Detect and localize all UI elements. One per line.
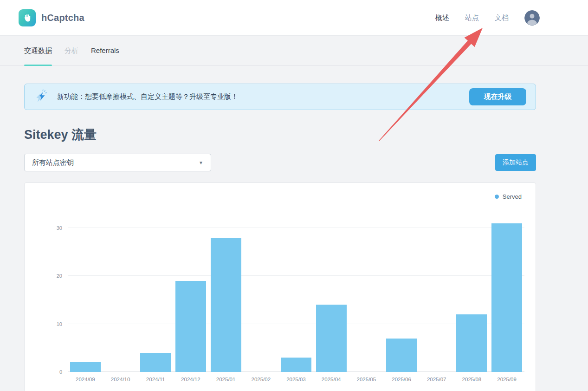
- x-axis-label: 2025/09: [489, 377, 524, 382]
- bar-series: 2024/092024/102024/112024/122025/012025/…: [68, 214, 524, 372]
- bar-2024/09[interactable]: [70, 362, 101, 372]
- chart-category: 2024/12: [173, 214, 208, 372]
- chart-category: 2024/11: [138, 214, 173, 372]
- chart-legend: Served: [495, 193, 522, 200]
- legend-label: Served: [503, 193, 522, 200]
- tab-traffic-data[interactable]: 交通数据: [24, 46, 52, 65]
- nav-item-sites[interactable]: 站点: [465, 13, 479, 22]
- brand[interactable]: hCaptcha: [19, 9, 84, 26]
- top-header: hCaptcha 概述 站点 文档: [0, 0, 588, 36]
- hcaptcha-logo-icon: [19, 9, 36, 26]
- x-axis-label: 2025/02: [243, 377, 278, 382]
- bar-2025/06[interactable]: [386, 339, 417, 372]
- chart-category: 2024/09: [68, 214, 103, 372]
- chart-category: 2025/04: [314, 214, 349, 372]
- user-avatar[interactable]: [524, 10, 540, 26]
- chevron-down-icon: ▼: [199, 160, 203, 165]
- tab-analysis[interactable]: 分析: [65, 46, 78, 65]
- chart-category: 2025/06: [384, 214, 419, 372]
- nav-item-overview[interactable]: 概述: [435, 13, 449, 22]
- bar-2025/01[interactable]: [211, 238, 241, 372]
- plot-area: 01020302024/092024/102024/112024/122025/…: [68, 214, 524, 372]
- chart-category: 2025/01: [208, 214, 244, 372]
- bar-2025/04[interactable]: [316, 305, 347, 372]
- tab-bar: 交通数据 分析 Referrals: [0, 36, 588, 65]
- sparkle-bolt-icon: [25, 89, 57, 105]
- chart-category: 2025/09: [489, 214, 524, 372]
- hand-icon: [22, 13, 32, 23]
- upgrade-banner: 新功能：想要低摩擦模式、自定义主题等？升级至专业版！ 现在升级: [24, 84, 536, 110]
- legend-dot-icon: [495, 195, 499, 199]
- x-axis-label: 2024/12: [173, 377, 208, 382]
- sitekey-dropdown[interactable]: 所有站点密钥 ▼: [24, 154, 211, 171]
- page-title: Sitekey 流量: [24, 126, 588, 143]
- bar-2025/08[interactable]: [456, 314, 487, 372]
- banner-message: 新功能：想要低摩擦模式、自定义主题等？升级至专业版！: [57, 92, 238, 101]
- brand-name: hCaptcha: [41, 13, 84, 23]
- y-axis-label: 10: [57, 321, 62, 327]
- x-axis-label: 2025/01: [208, 377, 244, 382]
- x-axis-label: 2024/10: [103, 377, 138, 382]
- controls-row: 所有站点密钥 ▼ 添加站点: [24, 154, 536, 171]
- traffic-chart-panel: Served 01020302024/092024/102024/112024/…: [24, 182, 536, 391]
- x-axis-label: 2025/08: [454, 377, 490, 382]
- sitekey-dropdown-value: 所有站点密钥: [32, 158, 74, 167]
- chart-category: 2025/02: [243, 214, 278, 372]
- bar-2025/03[interactable]: [281, 358, 311, 372]
- x-axis-label: 2024/09: [68, 377, 103, 382]
- tab-referrals[interactable]: Referrals: [91, 46, 119, 65]
- x-axis-label: 2024/11: [138, 377, 173, 382]
- chart-category: 2025/08: [454, 214, 490, 372]
- chart-category: 2025/03: [278, 214, 314, 372]
- x-axis-label: 2025/03: [278, 377, 314, 382]
- chart-category: 2025/07: [419, 214, 454, 372]
- upgrade-now-button[interactable]: 现在升级: [469, 88, 526, 105]
- x-axis-label: 2025/04: [314, 377, 349, 382]
- chart-category: 2025/05: [349, 214, 384, 372]
- y-axis-label: 20: [57, 273, 62, 279]
- x-axis-label: 2025/07: [419, 377, 454, 382]
- header-nav: 概述 站点 文档: [435, 10, 540, 26]
- bar-2024/12[interactable]: [175, 281, 206, 372]
- person-icon: [524, 10, 540, 26]
- bar-2025/09[interactable]: [491, 223, 522, 372]
- chart-category: 2024/10: [103, 214, 138, 372]
- y-axis-label: 30: [57, 225, 62, 231]
- y-axis-label: 0: [59, 369, 62, 375]
- x-axis-label: 2025/05: [349, 377, 384, 382]
- x-axis-label: 2025/06: [384, 377, 419, 382]
- add-site-button[interactable]: 添加站点: [495, 154, 536, 171]
- nav-item-docs[interactable]: 文档: [495, 13, 509, 22]
- bar-2024/11[interactable]: [140, 353, 171, 372]
